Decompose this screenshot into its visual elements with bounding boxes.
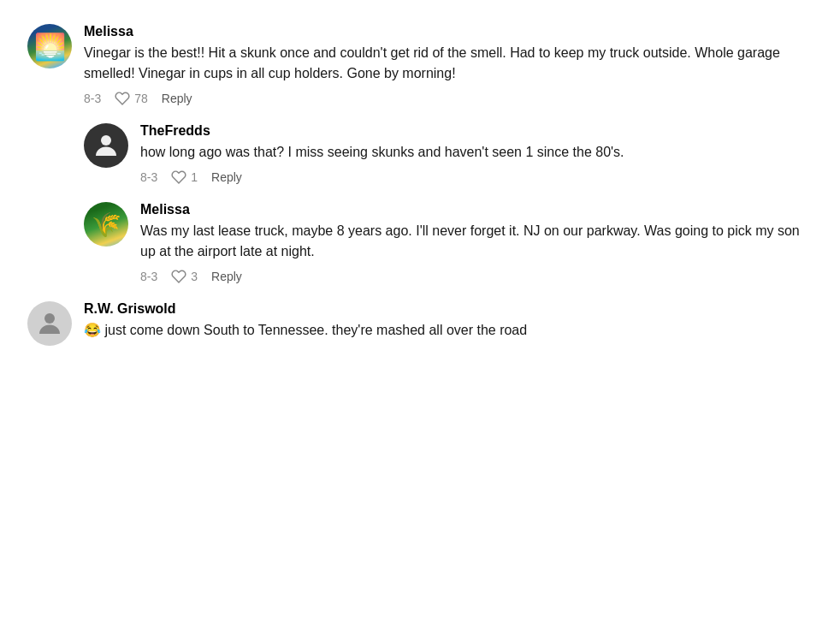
like-button-melissa-2[interactable]: 3 bbox=[171, 269, 198, 284]
heart-icon-thefredds bbox=[171, 169, 186, 185]
username-rw-griswold: R.W. Griswold bbox=[84, 301, 813, 317]
username-thefredds: TheFredds bbox=[140, 123, 813, 139]
like-count-thefredds: 1 bbox=[191, 170, 198, 184]
comment-actions-thefredds: 8-3 1 Reply bbox=[140, 169, 813, 185]
person-icon-rw bbox=[34, 308, 65, 339]
reply-button-melissa-2[interactable]: Reply bbox=[211, 270, 242, 283]
comment-melissa-1: 🌅 Melissa Vinegar is the best!! Hit a sk… bbox=[27, 24, 813, 106]
comment-body-thefredds: TheFredds how long ago was that? I miss … bbox=[140, 123, 813, 185]
avatar-melissa-1: 🌅 bbox=[27, 24, 72, 68]
heart-icon-melissa-1 bbox=[115, 91, 130, 106]
comment-date-melissa-2: 8-3 bbox=[140, 270, 157, 283]
comment-date-melissa-1: 8-3 bbox=[84, 92, 101, 105]
svg-point-0 bbox=[101, 135, 111, 146]
nested-group-melissa-1: TheFredds how long ago was that? I miss … bbox=[84, 123, 813, 284]
comment-thefredds-1: TheFredds how long ago was that? I miss … bbox=[84, 123, 813, 185]
comment-text-rw-griswold: 😂 just come down South to Tennessee. the… bbox=[84, 320, 813, 341]
comment-body-melissa-1: Melissa Vinegar is the best!! Hit a skun… bbox=[84, 24, 813, 106]
avatar-rw-griswold bbox=[27, 301, 72, 346]
comment-body-rw-griswold: R.W. Griswold 😂 just come down South to … bbox=[84, 301, 813, 348]
comment-date-thefredds: 8-3 bbox=[140, 170, 157, 184]
comment-rw-griswold: R.W. Griswold 😂 just come down South to … bbox=[27, 301, 813, 348]
like-count-melissa-2: 3 bbox=[191, 270, 198, 283]
person-icon-thefredds bbox=[91, 130, 121, 161]
comment-text-melissa-1: Vinegar is the best!! Hit a skunk once a… bbox=[84, 43, 813, 84]
reply-button-thefredds[interactable]: Reply bbox=[211, 170, 242, 184]
comment-melissa-2: 🌾 Melissa Was my last lease truck, maybe… bbox=[84, 202, 813, 284]
avatar-thefredds bbox=[84, 123, 128, 168]
username-melissa-1: Melissa bbox=[84, 24, 813, 39]
comment-actions-melissa-1: 8-3 78 Reply bbox=[84, 91, 813, 106]
comment-body-melissa-2: Melissa Was my last lease truck, maybe 8… bbox=[140, 202, 813, 284]
heart-icon-melissa-2 bbox=[171, 269, 186, 284]
username-melissa-2: Melissa bbox=[140, 202, 813, 217]
reply-button-melissa-1[interactable]: Reply bbox=[162, 92, 192, 105]
comment-text-thefredds: how long ago was that? I miss seeing sku… bbox=[140, 142, 813, 163]
avatar-melissa-2: 🌾 bbox=[84, 202, 128, 247]
like-count-melissa-1: 78 bbox=[134, 92, 148, 105]
comments-container: 🌅 Melissa Vinegar is the best!! Hit a sk… bbox=[14, 14, 826, 375]
like-button-thefredds[interactable]: 1 bbox=[171, 169, 198, 185]
comment-text-melissa-2: Was my last lease truck, maybe 8 years a… bbox=[140, 221, 813, 262]
svg-point-1 bbox=[44, 313, 55, 324]
like-button-melissa-1[interactable]: 78 bbox=[115, 91, 148, 106]
comment-actions-melissa-2: 8-3 3 Reply bbox=[140, 269, 813, 284]
